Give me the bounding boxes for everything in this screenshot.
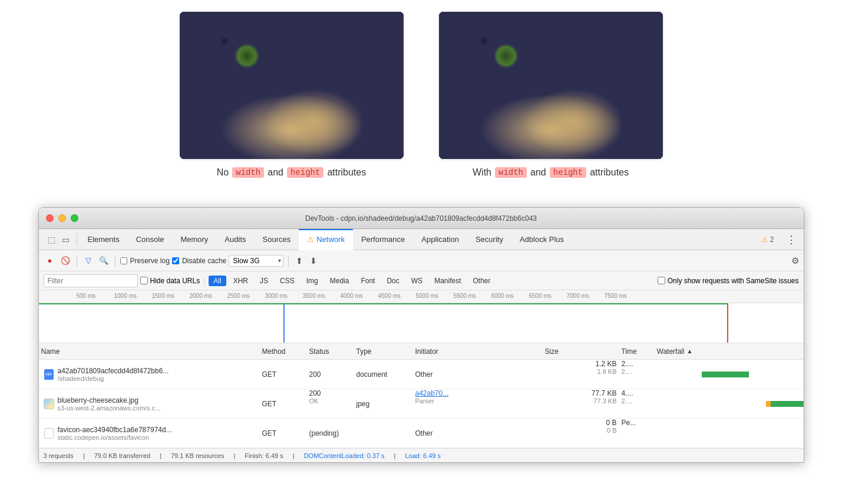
- sort-arrow: ▲: [686, 348, 692, 354]
- hide-data-urls-checkbox[interactable]: Hide data URLs: [140, 277, 200, 285]
- tab-security[interactable]: Security: [467, 229, 511, 250]
- cursor-icon[interactable]: ⬚: [46, 234, 58, 246]
- bar-waiting: [766, 401, 771, 407]
- search-button[interactable]: 🔍: [97, 254, 110, 267]
- row-1-time: 2.... 2....: [619, 360, 655, 389]
- row-1-size: 1.2 KB 1.8 KB: [543, 360, 619, 389]
- toolbar-sep-1: [77, 255, 77, 267]
- row-1-subname: /shadeed/debug: [58, 375, 169, 382]
- tick-7500: 7500 ms: [605, 293, 627, 299]
- throttle-select-wrapper[interactable]: Slow 3G Fast 3G No throttling Offline: [229, 255, 283, 267]
- filter-type-font[interactable]: Font: [356, 276, 379, 286]
- tab-audits[interactable]: Audits: [216, 229, 254, 250]
- row-2-status-code: 200: [309, 389, 321, 397]
- filter-type-other[interactable]: Other: [468, 276, 496, 286]
- tab-sources[interactable]: Sources: [255, 229, 299, 250]
- device-icon[interactable]: ▭: [60, 234, 72, 246]
- settings-button[interactable]: ⚙: [791, 256, 799, 266]
- filter-type-all[interactable]: All: [209, 276, 226, 286]
- row-2-waterfall-bar: [766, 401, 803, 407]
- clear-button[interactable]: 🚫: [59, 254, 72, 267]
- status-dom-content[interactable]: DOMContentLoaded: 0.37 s: [304, 452, 385, 459]
- status-separator-3: |: [233, 452, 235, 459]
- timeline-area: 500 ms 1000 ms 1500 ms 2000 ms 2500 ms 3…: [39, 290, 804, 343]
- row-2-status-text: OK: [309, 397, 319, 404]
- samesite-input[interactable]: [658, 277, 665, 284]
- header-size[interactable]: Size: [543, 347, 619, 356]
- header-name[interactable]: Name: [39, 347, 260, 356]
- tab-application[interactable]: Application: [413, 229, 467, 250]
- filter-type-xhr[interactable]: XHR: [229, 276, 253, 286]
- table-row[interactable]: favicon-aec34940fbc1a6e787974d... static…: [39, 419, 804, 448]
- filter-type-img[interactable]: Img: [302, 276, 323, 286]
- filter-type-media[interactable]: Media: [325, 276, 354, 286]
- throttle-select[interactable]: Slow 3G Fast 3G No throttling Offline: [229, 255, 283, 267]
- tick-3000: 3000 ms: [265, 293, 288, 299]
- header-type[interactable]: Type: [354, 347, 413, 356]
- maximize-button[interactable]: [71, 214, 78, 222]
- width-badge-right: width: [495, 167, 527, 178]
- caption-with-text: With: [473, 167, 491, 178]
- row-2-waterfall: [655, 389, 804, 419]
- minimize-button[interactable]: [58, 214, 66, 222]
- titlebar-buttons: [46, 214, 78, 222]
- table-row[interactable]: blueberry-cheesecake.jpg s3-us-west-2.am…: [39, 389, 804, 419]
- filter-type-ws[interactable]: WS: [407, 276, 427, 286]
- status-load[interactable]: Load: 6.49 s: [405, 452, 441, 459]
- filter-input[interactable]: [44, 274, 138, 287]
- tab-elements[interactable]: Elements: [80, 229, 128, 250]
- row-2-initiator-link[interactable]: a42ab70...: [415, 389, 449, 397]
- row-2-type: jpeg: [354, 389, 413, 418]
- row-2-method: GET: [260, 389, 307, 418]
- filter-button[interactable]: ▽: [82, 254, 95, 267]
- tab-adblock[interactable]: Adblock Plus: [511, 229, 572, 250]
- filter-type-manifest[interactable]: Manifest: [430, 276, 465, 286]
- import-button[interactable]: ⬆: [293, 255, 305, 267]
- samesite-checkbox[interactable]: Only show requests with SameSite issues: [658, 277, 799, 285]
- more-tabs-button[interactable]: ⋮: [781, 233, 801, 246]
- row-2-name-cell: blueberry-cheesecake.jpg s3-us-west-2.am…: [39, 389, 260, 418]
- row-2-time: 4.... 2....: [619, 389, 655, 418]
- tab-memory[interactable]: Memory: [172, 229, 216, 250]
- devtools-body: Name Method Status Type Initiator Size: [39, 343, 804, 462]
- export-button[interactable]: ⬇: [308, 255, 319, 267]
- status-separator-4: |: [293, 452, 295, 459]
- tab-console[interactable]: Console: [128, 229, 173, 250]
- images-row: No width and height attributes With widt…: [180, 12, 663, 178]
- header-time[interactable]: Time: [619, 347, 655, 356]
- tick-3500: 3500 ms: [303, 293, 325, 299]
- tab-network[interactable]: ⚠ Network: [299, 229, 353, 250]
- filter-type-js[interactable]: JS: [255, 276, 273, 286]
- filter-type-doc[interactable]: Doc: [382, 276, 404, 286]
- page-content: No width and height attributes With widt…: [0, 0, 842, 207]
- table-row[interactable]: </> a42ab701809acfecdd4d8f472bb6... /sha…: [39, 360, 804, 389]
- preserve-log-input[interactable]: [120, 257, 127, 264]
- disable-cache-checkbox[interactable]: Disable cache: [172, 257, 226, 265]
- row-3-time: Pe...: [619, 419, 655, 447]
- tick-5500: 5500 ms: [454, 293, 476, 299]
- tab-badge: ⚠ 2: [761, 236, 774, 244]
- disable-cache-input[interactable]: [172, 257, 179, 264]
- row-1-name: a42ab701809acfecdd4d8f472bb6...: [58, 367, 169, 375]
- row-3-size-resource: 0 B: [607, 427, 617, 434]
- preserve-log-label: Preserve log: [130, 257, 170, 265]
- row-3-status: (pending): [307, 419, 354, 447]
- header-status[interactable]: Status: [307, 347, 354, 356]
- header-method[interactable]: Method: [260, 347, 307, 356]
- tick-1000: 1000 ms: [114, 293, 137, 299]
- status-separator-1: |: [83, 452, 85, 459]
- caption-suffix-left: attributes: [327, 167, 366, 178]
- row-1-size-resource: 1.8 KB: [597, 368, 616, 375]
- preserve-log-checkbox[interactable]: Preserve log: [120, 257, 170, 265]
- row-1-name-cell: </> a42ab701809acfecdd4d8f472bb6... /sha…: [39, 360, 260, 389]
- close-button[interactable]: [46, 214, 54, 222]
- doc-icon: </>: [44, 369, 54, 380]
- caption-no-text: No: [217, 167, 229, 178]
- record-button[interactable]: ●: [44, 254, 57, 267]
- tab-performance[interactable]: Performance: [353, 229, 413, 250]
- header-initiator[interactable]: Initiator: [413, 347, 543, 356]
- hide-data-urls-input[interactable]: [140, 277, 148, 284]
- header-waterfall[interactable]: Waterfall ▲: [655, 347, 804, 356]
- filter-type-css[interactable]: CSS: [275, 276, 299, 286]
- tick-2500: 2500 ms: [227, 293, 250, 299]
